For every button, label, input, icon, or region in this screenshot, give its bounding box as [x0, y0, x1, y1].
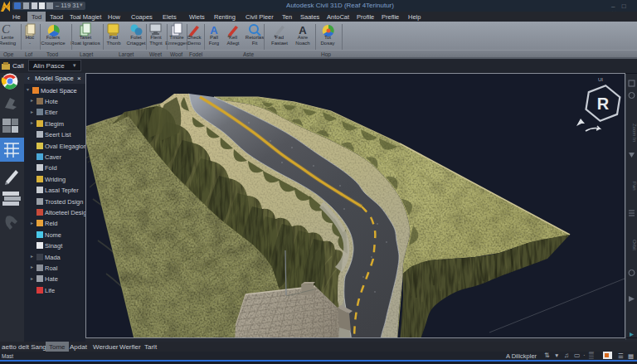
svg-text:R: R [597, 95, 610, 113]
svg-text:Zoom In: Zoom In [632, 124, 637, 142]
svg-text:C: C [2, 22, 11, 36]
svg-text:UI: UI [598, 77, 603, 82]
svg-text:Pan: Pan [632, 182, 637, 191]
svg-text:Orbit: Orbit [632, 240, 637, 250]
